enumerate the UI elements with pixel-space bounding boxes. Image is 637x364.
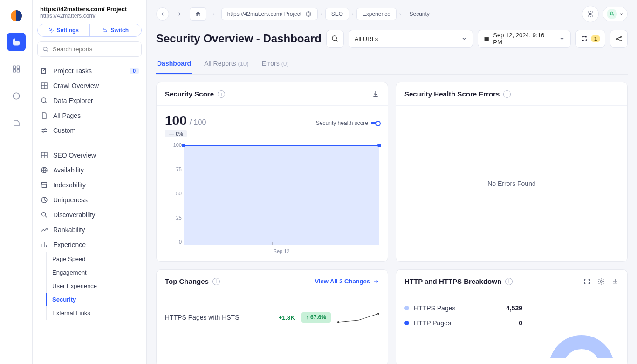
site-title: https://42matters.com/ Project (40, 6, 139, 13)
crumb-separator-icon: › (349, 11, 356, 17)
rail-globe-button[interactable] (7, 87, 26, 105)
crumb-label: SEO (331, 11, 343, 17)
sub-page-speed[interactable]: Page Speed (46, 252, 142, 266)
info-icon[interactable]: i (503, 90, 511, 98)
grid-icon (40, 82, 48, 89)
svg-point-26 (377, 313, 379, 315)
change-row[interactable]: HTTPS Pages with HSTS +1.8K ↑ 67.6% (165, 312, 379, 323)
view-all-changes-link[interactable]: View All 2 Changes (315, 278, 380, 285)
svg-rect-21 (484, 37, 488, 41)
crumb-project[interactable]: https://42matters.com/ Project (221, 8, 318, 20)
nav-experience[interactable]: Experience (37, 237, 142, 252)
card-title: Top Changes (165, 277, 209, 285)
svg-point-20 (332, 36, 336, 40)
info-icon[interactable]: i (505, 278, 513, 285)
link-label: View All 2 Changes (315, 278, 370, 285)
nav-forward-button[interactable] (173, 7, 186, 21)
crumb-label: Experience (363, 11, 390, 17)
expand-icon[interactable] (583, 278, 591, 285)
nav-project-tasks[interactable]: Project Tasks 0 (37, 63, 142, 78)
svg-rect-1 (13, 66, 15, 68)
gear-icon[interactable] (597, 278, 605, 285)
sub-security[interactable]: Security (46, 293, 142, 306)
topbar-settings-button[interactable] (582, 6, 599, 22)
nav-all-pages[interactable]: All Pages (37, 108, 142, 123)
date-dropdown[interactable]: Sep 12, 2024, 9:16 PM (478, 30, 571, 48)
page-title: Security Overview - Dashboard (156, 32, 322, 45)
no-errors-message: No Errors Found (396, 106, 627, 261)
globe-icon (40, 166, 48, 174)
tab-label: Errors (262, 60, 280, 67)
tab-dashboard[interactable]: Dashboard (156, 54, 192, 74)
nav-custom[interactable]: Custom (37, 123, 142, 138)
crumb-label: Security (409, 11, 429, 17)
rail-projects-button[interactable] (7, 33, 26, 51)
top-changes-card: Top Changes i View All 2 Changes HTTPS P… (156, 269, 388, 364)
tab-count: (0) (281, 60, 289, 67)
home-button[interactable] (190, 7, 206, 21)
tab-all-reports[interactable]: All Reports (10) (203, 54, 249, 74)
nav-rankability[interactable]: Rankability (37, 222, 142, 237)
app-logo-icon (8, 7, 25, 24)
nav-uniqueness[interactable]: Uniqueness (37, 192, 142, 207)
svg-rect-4 (17, 70, 19, 72)
url-filter-dropdown[interactable]: All URLs (349, 30, 473, 48)
nav-label: All Pages (53, 112, 81, 119)
share-button[interactable] (610, 30, 628, 48)
sub-external-links[interactable]: External Links (46, 306, 142, 320)
chevron-down-icon[interactable] (456, 30, 473, 47)
rail-apps-button[interactable] (7, 60, 26, 78)
settings-label: Settings (57, 27, 79, 34)
nav-data-explorer[interactable]: Data Explorer (37, 93, 142, 108)
svg-rect-2 (17, 66, 19, 68)
download-icon[interactable] (372, 90, 379, 98)
sub-user-experience[interactable]: User Experience (46, 279, 142, 293)
chevron-down-icon (619, 12, 623, 16)
sub-engagement[interactable]: Engagement (46, 266, 142, 279)
svg-point-23 (620, 36, 622, 38)
settings-button[interactable]: Settings (38, 24, 90, 36)
crumb-seo[interactable]: SEO (325, 8, 349, 20)
nav-back-button[interactable] (156, 7, 169, 21)
nav-label: Data Explorer (53, 97, 93, 104)
nav-rail (0, 0, 33, 364)
avatar-icon (607, 9, 617, 19)
nav-separator (37, 143, 142, 143)
nav-availability[interactable]: Availability (37, 163, 142, 178)
bars-icon (40, 241, 48, 248)
chevron-down-icon[interactable] (554, 30, 570, 47)
crumb-security: Security (404, 8, 435, 20)
dot-icon (404, 306, 409, 310)
switch-button[interactable]: Switch (90, 24, 142, 36)
topbar: › https://42matters.com/ Project › SEO ›… (147, 0, 637, 28)
card-title: Security Score (165, 90, 214, 98)
svg-rect-14 (42, 183, 47, 184)
nav-label: Indexability (53, 181, 86, 189)
info-icon[interactable]: i (218, 90, 225, 98)
title-search-button[interactable] (326, 30, 344, 48)
score-max: / 100 (190, 118, 206, 127)
refresh-button[interactable]: 1 (575, 30, 605, 48)
svg-point-18 (589, 13, 591, 15)
tasks-badge: 0 (130, 68, 139, 74)
nav-indexability[interactable]: Indexability (37, 178, 142, 192)
nav-crawl-overview[interactable]: Crawl Overview (37, 78, 142, 93)
rail-edit-button[interactable] (7, 114, 26, 132)
info-icon[interactable]: i (212, 278, 220, 285)
refresh-badge: 1 (591, 35, 600, 42)
svg-point-10 (45, 129, 46, 130)
search-reports-input[interactable] (37, 41, 142, 57)
change-name: HTTPS Pages with HSTS (165, 314, 272, 321)
account-menu[interactable] (603, 7, 628, 21)
search-input-field[interactable] (53, 46, 137, 53)
switch-label: Switch (110, 27, 129, 34)
nav-seo-overview[interactable]: SEO Overview (37, 148, 142, 163)
breakdown-https-row: HTTPS Pages 4,529 (404, 301, 522, 316)
nav-discoverability[interactable]: Discoverability (37, 207, 142, 222)
tab-label: All Reports (204, 60, 236, 67)
crumb-experience[interactable]: Experience (356, 8, 397, 20)
download-icon[interactable] (611, 278, 619, 285)
tab-errors[interactable]: Errors (0) (261, 54, 290, 74)
x-axis-label: Sep 12 (274, 248, 290, 254)
card-title: HTTP and HTTPS Breakdown (404, 277, 501, 285)
